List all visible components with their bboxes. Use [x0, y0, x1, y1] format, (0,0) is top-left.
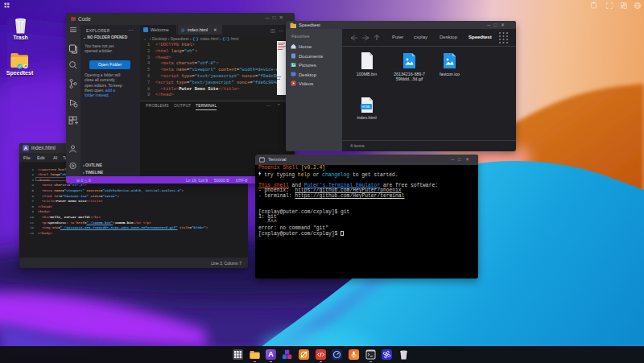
svg-text:HTML: HTML [362, 105, 370, 109]
